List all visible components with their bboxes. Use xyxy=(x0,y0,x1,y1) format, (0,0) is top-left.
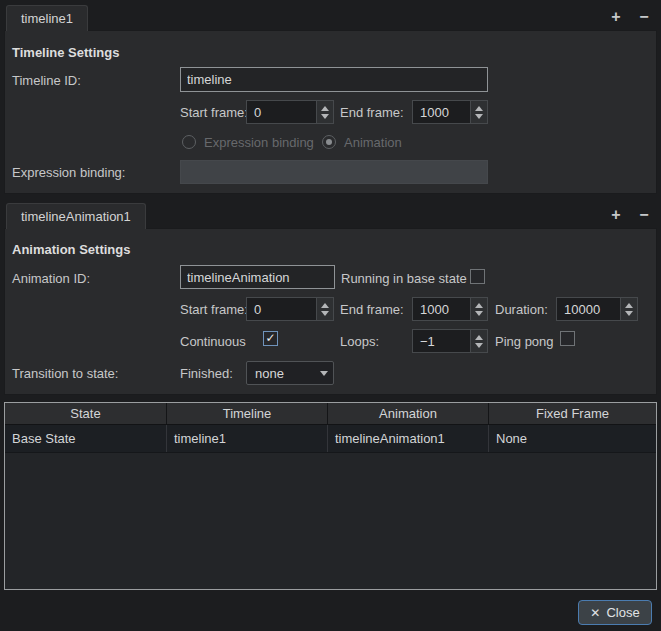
states-table-header: State Timeline Animation Fixed Frame xyxy=(5,403,656,425)
finished-label: Finished: xyxy=(180,366,233,381)
animation-id-input[interactable] xyxy=(180,265,335,289)
cell-timeline[interactable]: timeline1 xyxy=(167,425,328,452)
spin-down-icon[interactable] xyxy=(475,343,483,348)
check-icon: ✓ xyxy=(265,332,275,345)
timeline-start-frame-label: Start frame: xyxy=(180,105,248,120)
loops-value[interactable]: −1 xyxy=(413,330,470,352)
spin-down-icon[interactable] xyxy=(475,114,483,119)
timeline-settings-title: Timeline Settings xyxy=(12,45,119,60)
spin-up-icon[interactable] xyxy=(475,106,483,111)
cell-fixed-frame[interactable]: None xyxy=(489,425,656,452)
animation-end-frame-label: End frame: xyxy=(340,302,404,317)
timeline-end-frame-value[interactable]: 1000 xyxy=(413,101,470,123)
tab-timeline1[interactable]: timeline1 xyxy=(6,5,88,31)
timeline-id-label: Timeline ID: xyxy=(12,73,81,88)
continuous-label: Continuous xyxy=(180,334,246,349)
timeline-settings-dialog: timeline1 + − Timeline Settings Timeline… xyxy=(0,0,661,631)
close-button[interactable]: ✕ Close xyxy=(578,600,652,625)
finished-state-dropdown[interactable]: none xyxy=(246,361,334,385)
spin-up-icon[interactable] xyxy=(475,303,483,308)
spin-down-icon[interactable] xyxy=(625,311,633,316)
spin-arrows[interactable] xyxy=(470,330,487,352)
animation-end-frame-spinbox[interactable]: 1000 xyxy=(412,297,488,321)
timeline-id-input[interactable] xyxy=(180,67,488,92)
spin-arrows[interactable] xyxy=(316,101,333,123)
expression-binding-input xyxy=(180,160,488,184)
column-header-fixed-frame[interactable]: Fixed Frame xyxy=(489,403,656,424)
animation-start-frame-label: Start frame: xyxy=(180,302,248,317)
chevron-down-icon xyxy=(315,371,333,376)
tab-timelineanimation1[interactable]: timelineAnimation1 xyxy=(6,203,146,229)
animation-end-frame-value[interactable]: 1000 xyxy=(413,298,470,320)
remove-animation-button[interactable]: − xyxy=(633,205,655,225)
spin-arrows[interactable] xyxy=(316,298,333,320)
close-button-label: Close xyxy=(606,605,639,620)
duration-value[interactable]: 10000 xyxy=(557,298,620,320)
expression-binding-radio xyxy=(182,135,196,149)
loops-label: Loops: xyxy=(340,334,379,349)
cell-animation[interactable]: timelineAnimation1 xyxy=(328,425,489,452)
continuous-checkbox[interactable]: ✓ xyxy=(263,331,278,346)
remove-timeline-button[interactable]: − xyxy=(633,7,655,27)
animation-settings-title: Animation Settings xyxy=(12,242,130,257)
radio-dot-icon xyxy=(326,139,332,145)
spin-arrows[interactable] xyxy=(620,298,637,320)
ping-pong-label: Ping pong xyxy=(495,334,554,349)
spin-up-icon[interactable] xyxy=(321,303,329,308)
animation-radio-label: Animation xyxy=(344,135,402,150)
animation-radio xyxy=(322,135,336,149)
running-in-base-state-checkbox[interactable] xyxy=(470,269,485,284)
animation-start-frame-value[interactable]: 0 xyxy=(247,298,316,320)
column-header-state[interactable]: State xyxy=(5,403,167,424)
spin-up-icon[interactable] xyxy=(321,106,329,111)
add-timeline-button[interactable]: + xyxy=(605,7,627,27)
running-in-base-state-label: Running in base state xyxy=(341,271,467,286)
spin-arrows[interactable] xyxy=(470,101,487,123)
animation-start-frame-spinbox[interactable]: 0 xyxy=(246,297,334,321)
animation-id-label: Animation ID: xyxy=(12,271,90,286)
timeline-start-frame-value[interactable]: 0 xyxy=(247,101,316,123)
duration-spinbox[interactable]: 10000 xyxy=(556,297,638,321)
cell-state[interactable]: Base State xyxy=(5,425,167,452)
close-icon: ✕ xyxy=(590,606,600,620)
transition-to-state-label: Transition to state: xyxy=(12,366,118,381)
timeline-end-frame-spinbox[interactable]: 1000 xyxy=(412,100,488,124)
expression-binding-label: Expression binding: xyxy=(12,165,125,180)
spin-down-icon[interactable] xyxy=(321,311,329,316)
timeline-end-frame-label: End frame: xyxy=(340,105,404,120)
spin-down-icon[interactable] xyxy=(321,114,329,119)
spin-down-icon[interactable] xyxy=(475,311,483,316)
loops-spinbox[interactable]: −1 xyxy=(412,329,488,353)
column-header-timeline[interactable]: Timeline xyxy=(167,403,328,424)
add-animation-button[interactable]: + xyxy=(605,205,627,225)
spin-up-icon[interactable] xyxy=(475,335,483,340)
expression-binding-radio-label: Expression binding xyxy=(204,135,314,150)
spin-arrows[interactable] xyxy=(470,298,487,320)
duration-label: Duration: xyxy=(495,302,548,317)
finished-state-value: none xyxy=(247,366,315,381)
column-header-animation[interactable]: Animation xyxy=(328,403,489,424)
ping-pong-checkbox[interactable] xyxy=(560,331,575,346)
timeline-start-frame-spinbox[interactable]: 0 xyxy=(246,100,334,124)
table-row[interactable]: Base State timeline1 timelineAnimation1 … xyxy=(5,425,656,453)
states-table[interactable]: State Timeline Animation Fixed Frame Bas… xyxy=(4,402,657,590)
spin-up-icon[interactable] xyxy=(625,303,633,308)
